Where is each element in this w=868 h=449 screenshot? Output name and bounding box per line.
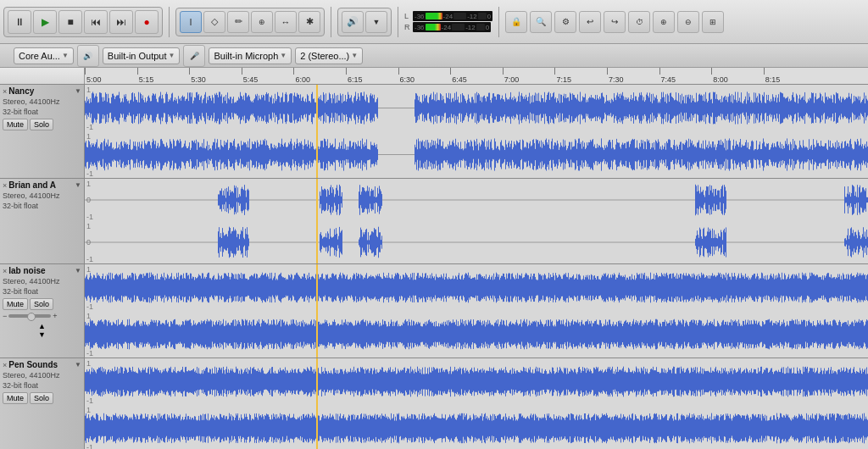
track-name-brian: Brian and A [7,180,75,190]
mute-button-pen-sounds[interactable]: Mute [3,392,28,404]
tick-line [189,68,190,75]
stop-button[interactable]: ■ [58,10,82,34]
track-nancy: × Nancy ▼ Stereo, 44100Hz 32-bit float M… [0,85,868,179]
track-lab-noise: × lab noise ▼ Stereo, 44100Hz 32-bit flo… [0,264,868,358]
asterisk-tool-button[interactable]: ✱ [298,11,320,33]
misc-tool-3[interactable]: ⚙ [554,11,576,33]
track-dropdown-lab-noise[interactable]: ▼ [75,267,81,274]
ruler-label-area [0,68,85,84]
playhead-nancy [316,85,318,178]
redo-button[interactable]: ↪ [604,11,626,33]
input-device-dropdown[interactable]: Built-in Microph ▼ [209,47,292,64]
tick-label: 5:15 [137,75,154,84]
track-controls-pen-sounds: × Pen Sounds ▼ Stereo, 44100Hz 32-bit fl… [0,358,85,449]
tick-label: 7:15 [554,75,571,84]
gain-plus-lab-noise[interactable]: + [53,312,57,320]
undo-button[interactable]: ↩ [579,11,601,33]
waveform-area-pen-sounds[interactable] [85,358,868,449]
timer-button[interactable]: ⏱ [628,11,650,33]
tick-label: 7:30 [607,75,624,84]
track-info-line1-pen-sounds: Stereo, 44100Hz [3,371,81,381]
channels-dropdown[interactable]: 2 (Stereo...) ▼ [295,47,363,64]
tools-group: I ◇ ✏ ⊕ ↔ ✱ [175,8,325,36]
timeline-ruler: 5:005:155:305:456:006:156:306:457:007:15… [0,68,868,85]
track-info-line1-nancy: Stereo, 44100Hz [3,97,81,108]
waveform-canvas-lab-noise-1 [85,311,868,358]
tick-line [137,68,138,75]
playhead-brian [316,179,318,263]
waveform-canvas-nancy-0 [85,85,868,131]
waveform-area-nancy[interactable] [85,85,868,178]
tick-label: 8:00 [711,75,728,84]
speaker-small[interactable]: 🔊 [77,45,99,67]
pan-down-lab-noise[interactable]: ▼ [38,330,46,339]
zoom-tool-button[interactable]: ⊕ [251,11,273,33]
fit-button[interactable]: ⊞ [702,11,724,33]
misc-tool-1[interactable]: 🔒 [505,11,527,33]
waveform-area-brian[interactable] [85,179,868,263]
track-info-line1-brian: Stereo, 44100Hz [3,191,81,202]
waveform-canvas-pen-sounds-1 [85,405,868,449]
tick-label: 6:15 [346,75,363,84]
waveform-canvas-brian-0 [85,179,868,221]
tick-label: 5:45 [242,75,259,84]
tick-line [450,68,451,75]
tools-group-2: 🔊 ▼ [337,8,392,36]
zoom-out-button[interactable]: ⊖ [677,11,699,33]
audio-host-label: Core Au... [19,51,60,61]
solo-button-pen-sounds[interactable]: Solo [30,392,53,404]
pan-up-lab-noise[interactable]: ▲ [38,322,46,330]
skip-forward-button[interactable]: ⏭ [109,10,133,34]
track-controls-lab-noise: × lab noise ▼ Stereo, 44100Hz 32-bit flo… [0,264,85,358]
timeshift-tool-button[interactable]: ↔ [275,11,297,33]
track-controls-nancy: × Nancy ▼ Stereo, 44100Hz 32-bit float M… [0,85,85,178]
tick-line [346,68,347,75]
track-name-nancy: Nancy [7,86,75,96]
pause-button[interactable]: ⏸ [8,10,31,34]
solo-button-lab-noise[interactable]: Solo [30,298,53,310]
tick-label: 6:00 [293,75,310,84]
volume-tool-button[interactable]: 🔊 [342,11,364,33]
track-dropdown-brian[interactable]: ▼ [75,181,81,189]
toolbar-second: Core Au... ▼ 🔊 Built-in Output ▼ 🎤 Built… [0,44,868,68]
playhead-lab-noise [316,264,318,358]
input-device-arrow: ▼ [280,52,287,59]
output-device-dropdown[interactable]: Built-in Output ▼ [103,47,181,64]
record-button[interactable]: ● [135,10,159,34]
transport-group: ⏸ ▶ ■ ⏮ ⏭ ● [3,7,163,37]
tick-label: 8:15 [764,75,781,84]
skip-back-button[interactable]: ⏮ [84,10,108,34]
tick-line [398,68,399,75]
draw-tool-button[interactable]: ✏ [227,11,249,33]
misc-tool-2[interactable]: 🔍 [530,11,552,33]
envelope-tool-button[interactable]: ▼ [365,11,387,33]
mute-button-nancy[interactable]: Mute [3,119,28,130]
playhead-pen-sounds [316,358,318,449]
selection-tool-button[interactable]: I [180,11,202,33]
track-dropdown-nancy[interactable]: ▼ [75,87,81,95]
zoom-in-button[interactable]: ⊕ [653,11,675,33]
tick-line [554,68,555,75]
divider-3 [398,7,398,37]
waveform-area-lab-noise[interactable] [85,264,868,358]
tick-label: 6:45 [450,75,467,84]
track-info-line2-lab-noise: 32-bit float [3,287,81,297]
multi-tool-button[interactable]: ◇ [203,11,225,33]
output-device-arrow: ▼ [169,52,175,59]
waveform-canvas-brian-1 [85,221,868,263]
play-button[interactable]: ▶ [33,10,57,34]
track-info-line1-lab-noise: Stereo, 44100Hz [3,277,81,287]
gain-minus-lab-noise[interactable]: − [3,312,7,320]
mute-button-lab-noise[interactable]: Mute [3,298,28,310]
audio-host-dropdown[interactable]: Core Au... ▼ [14,47,74,64]
waveform-channel-nancy-0 [85,85,868,131]
solo-button-nancy[interactable]: Solo [30,119,53,130]
track-name-pen-sounds: Pen Sounds [7,360,75,369]
track-info-line2-brian: 32-bit float [3,202,81,212]
waveform-channel-pen-sounds-1 [85,405,868,449]
track-dropdown-pen-sounds[interactable]: ▼ [75,361,81,369]
channels-label: 2 (Stereo...) [300,51,349,61]
mic-small[interactable]: 🎤 [183,45,205,67]
gain-slider-lab-noise[interactable] [8,314,51,318]
tick-label: 5:30 [189,75,206,84]
